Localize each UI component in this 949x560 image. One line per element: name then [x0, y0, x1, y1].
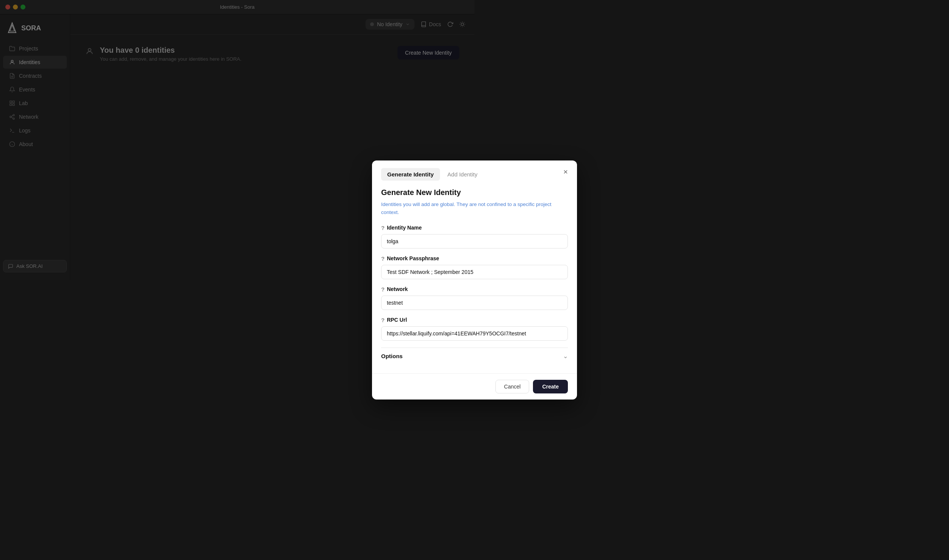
- field-group-identity-name: ? Identity Name: [381, 225, 474, 249]
- tab-add-identity[interactable]: Add Identity: [441, 168, 474, 181]
- modal-overlay[interactable]: Generate Identity Add Identity Generate …: [0, 0, 474, 280]
- identity-name-help-icon[interactable]: ?: [381, 225, 385, 231]
- modal-title: Generate New Identity: [381, 188, 474, 197]
- modal-header: Generate Identity Add Identity: [372, 160, 474, 181]
- modal-description: Identities you will add are global. They…: [381, 201, 474, 216]
- identity-name-input[interactable]: [381, 234, 474, 249]
- network-passphrase-help-icon[interactable]: ?: [381, 255, 385, 262]
- network-passphrase-label: ? Network Passphrase: [381, 255, 474, 262]
- modal-dialog: Generate Identity Add Identity Generate …: [372, 160, 474, 280]
- network-passphrase-input[interactable]: [381, 265, 474, 279]
- tab-generate-identity[interactable]: Generate Identity: [381, 168, 440, 181]
- modal-body: Generate New Identity Identities you wil…: [372, 181, 474, 280]
- identity-name-label: ? Identity Name: [381, 225, 474, 231]
- field-group-network-passphrase: ? Network Passphrase: [381, 255, 474, 279]
